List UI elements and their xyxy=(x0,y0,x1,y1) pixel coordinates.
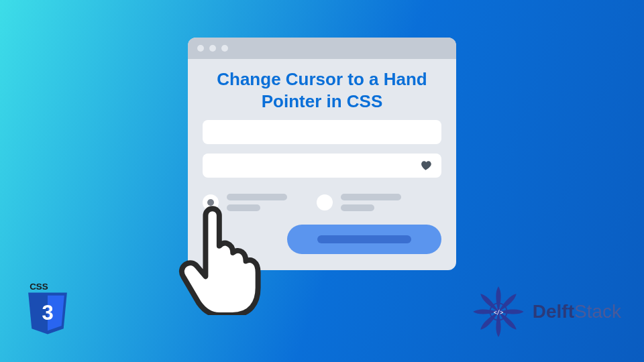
button-label-placeholder xyxy=(317,235,411,243)
svg-text:CSS: CSS xyxy=(30,282,48,292)
svg-text:</>: </> xyxy=(493,309,503,316)
placeholder-lines xyxy=(341,194,401,211)
browser-mockup-window: Change Cursor to a Hand Pointer in CSS xyxy=(188,38,456,270)
heart-icon xyxy=(420,159,433,172)
delftstack-brand: </> DelftStack xyxy=(468,282,621,342)
mandala-icon: </> xyxy=(468,282,529,342)
radio-option-2[interactable] xyxy=(317,194,401,211)
brand-text: DelftStack xyxy=(533,301,621,322)
radio-group xyxy=(188,187,456,211)
radio-option-1[interactable] xyxy=(203,194,287,211)
svg-text:3: 3 xyxy=(42,300,53,324)
window-dot xyxy=(221,45,228,52)
css3-logo: CSS 3 xyxy=(25,282,70,340)
window-titlebar xyxy=(188,38,456,59)
placeholder-lines xyxy=(227,194,287,211)
window-dot xyxy=(197,45,204,52)
text-input-2[interactable] xyxy=(203,154,441,178)
text-input-1[interactable] xyxy=(203,120,441,144)
page-title: Change Cursor to a Hand Pointer in CSS xyxy=(188,59,456,120)
radio-circle-selected xyxy=(203,194,219,210)
button-row xyxy=(188,211,456,270)
window-dot xyxy=(209,45,216,52)
submit-button[interactable] xyxy=(287,225,441,254)
radio-circle xyxy=(317,194,333,210)
